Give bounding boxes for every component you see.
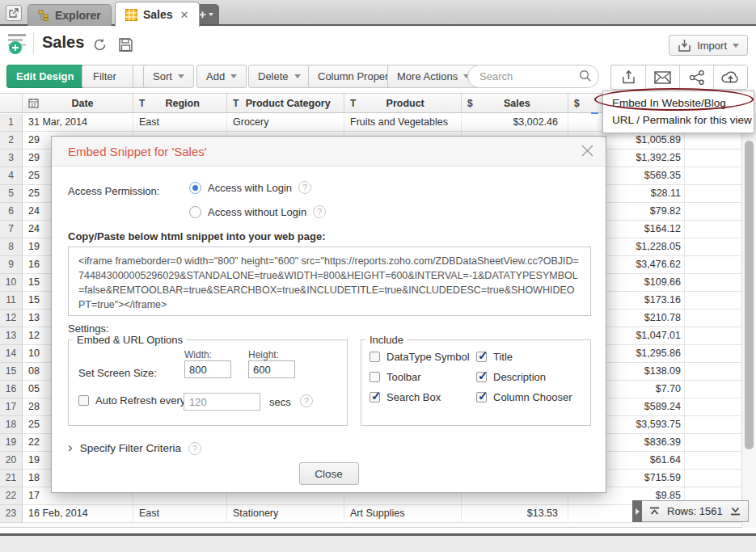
- table-cell: [685, 345, 741, 363]
- row-number: 16: [0, 381, 23, 398]
- access-option[interactable]: Access with Login?: [189, 181, 311, 194]
- publish-button[interactable]: [713, 65, 747, 89]
- column-header-date[interactable]: 17 Date: [23, 94, 133, 112]
- table-cell: [685, 203, 741, 221]
- share-button[interactable]: [679, 65, 713, 89]
- tab-close-icon[interactable]: ✕: [180, 9, 189, 21]
- include-option[interactable]: Title: [476, 351, 513, 363]
- secs-label: secs: [269, 396, 291, 408]
- pager-collapse-button[interactable]: [632, 500, 642, 522]
- help-icon[interactable]: ?: [188, 442, 201, 455]
- table-cell[interactable]: 16 Feb, 2014: [23, 505, 133, 523]
- checkbox-label: Title: [493, 351, 513, 363]
- edit-design-button[interactable]: Edit Design: [6, 65, 84, 88]
- table-row[interactable]: 2316 Feb, 2014EastStationeryArt Supplies…: [0, 505, 741, 523]
- column-header-region[interactable]: T Region: [133, 94, 227, 112]
- dialog-close-button[interactable]: [581, 145, 595, 158]
- help-icon[interactable]: ?: [313, 205, 326, 218]
- scrollbar-thumb[interactable]: [745, 141, 754, 449]
- column-header-product[interactable]: T Product: [344, 94, 462, 112]
- refresh-button[interactable]: [91, 36, 108, 53]
- width-input[interactable]: [184, 360, 231, 378]
- checkbox[interactable]: [476, 392, 487, 402]
- help-icon[interactable]: ?: [298, 181, 311, 194]
- more-actions-button[interactable]: More Actions: [387, 65, 479, 88]
- checkbox-label: Search Box: [386, 391, 441, 403]
- table-cell[interactable]: Grocery: [227, 114, 344, 132]
- email-button[interactable]: [645, 65, 679, 89]
- sort-label: Sort: [153, 70, 172, 82]
- import-button[interactable]: Import: [669, 35, 748, 56]
- delete-button[interactable]: Delete: [248, 65, 310, 88]
- table-cell: [685, 150, 741, 167]
- collapse-panel-button[interactable]: [6, 5, 22, 21]
- triangle-right-icon: [635, 508, 640, 515]
- embed-snippet-text[interactable]: <iframe frameborder=0 width="800" height…: [68, 247, 591, 316]
- specify-filter-criteria[interactable]: › Specify Filter Criteria ?: [68, 441, 201, 455]
- column-header-product-category[interactable]: T Product Category: [227, 94, 344, 112]
- table-cell[interactable]: East: [133, 114, 227, 132]
- checkbox[interactable]: [370, 372, 380, 382]
- tab-explorer-label: Explorer: [55, 9, 101, 22]
- include-option[interactable]: Description: [476, 371, 546, 383]
- row-number: 13: [0, 327, 23, 345]
- checkbox[interactable]: [476, 372, 487, 382]
- export-button[interactable]: [611, 65, 645, 89]
- embed-url-options-legend: Embed & URL Options: [73, 334, 187, 346]
- menu-item-embed-in-website[interactable]: Embed In Website/Blog: [603, 95, 754, 112]
- view-list-button[interactable]: [6, 32, 31, 55]
- table-cell[interactable]: Fruits and Vegetables: [344, 114, 462, 132]
- row-number: 19: [0, 434, 23, 452]
- plus-icon: +: [199, 7, 206, 21]
- radio-button[interactable]: [189, 206, 201, 218]
- checkbox[interactable]: [476, 352, 487, 362]
- cloud-upload-icon: [721, 70, 740, 84]
- menu-item-url-permalink[interactable]: URL / Permalink for this view: [603, 112, 754, 129]
- text-type-icon: T: [139, 98, 145, 109]
- vertical-scrollbar[interactable]: [741, 113, 756, 528]
- share-icon: [689, 70, 705, 85]
- rows-count-label: Rows: 1561: [667, 505, 723, 517]
- radio-button[interactable]: [189, 182, 201, 194]
- column-header-sales[interactable]: $ Sales: [462, 94, 568, 112]
- table-cell[interactable]: $3,002.46: [462, 114, 568, 132]
- refresh-interval-input[interactable]: [184, 393, 260, 411]
- table-cell: [685, 398, 741, 416]
- page-title: Sales: [42, 33, 84, 52]
- access-option[interactable]: Access without Login?: [189, 205, 326, 218]
- table-cell[interactable]: Stationery: [227, 505, 344, 523]
- dialog-header: Embed Snippet for 'Sales': [52, 137, 606, 166]
- checkbox[interactable]: [370, 392, 380, 402]
- table-cell[interactable]: 31 Mar, 2014: [23, 114, 133, 132]
- table-cell: [685, 452, 741, 470]
- row-number: 22: [0, 487, 23, 505]
- column-header-label: Product: [356, 98, 461, 109]
- sort-button[interactable]: Sort: [143, 65, 194, 88]
- height-label: Height:: [248, 349, 279, 360]
- include-option[interactable]: DataType Symbol: [370, 351, 470, 363]
- include-option[interactable]: Column Chooser: [476, 391, 572, 403]
- height-input[interactable]: [248, 360, 295, 378]
- more-actions-label: More Actions: [397, 70, 458, 82]
- auto-refresh-checkbox[interactable]: [78, 395, 89, 406]
- close-button[interactable]: Close: [299, 462, 359, 485]
- tab-sales[interactable]: Sales ✕: [115, 2, 200, 27]
- tab-bar: Explorer Sales ✕ +: [0, 0, 756, 26]
- checkbox[interactable]: [370, 352, 380, 362]
- add-button[interactable]: Add: [196, 65, 247, 88]
- table-cell[interactable]: Art Supplies: [344, 505, 462, 523]
- row-number: 10: [0, 274, 23, 292]
- save-button[interactable]: [116, 36, 134, 53]
- include-option[interactable]: Toolbar: [370, 371, 421, 383]
- row-number: 3: [0, 150, 23, 167]
- row-number: 4: [0, 167, 23, 185]
- table-cell[interactable]: $13.53: [462, 505, 568, 523]
- go-to-bottom-button[interactable]: [730, 507, 741, 516]
- svg-text:17: 17: [31, 103, 36, 107]
- tab-explorer[interactable]: Explorer: [27, 4, 112, 26]
- go-to-top-button[interactable]: [649, 507, 660, 516]
- include-option[interactable]: Search Box: [370, 391, 441, 403]
- table-cell[interactable]: East: [133, 505, 227, 523]
- row-number: 23: [0, 505, 23, 523]
- help-icon[interactable]: ?: [300, 394, 313, 407]
